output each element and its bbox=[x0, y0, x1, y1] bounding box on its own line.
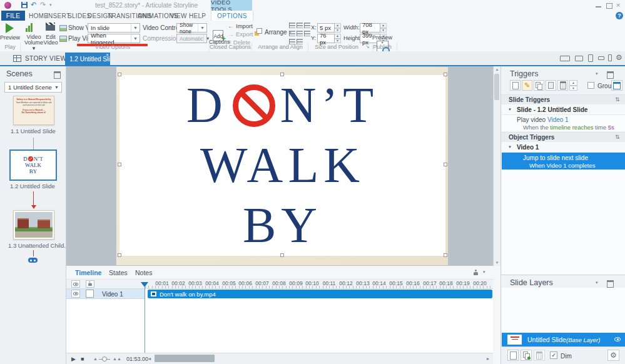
copy-trigger-button[interactable] bbox=[534, 80, 544, 91]
selection-handle[interactable] bbox=[444, 253, 447, 257]
tab-slide-1-2[interactable]: 1.2 Untitled Sli... × bbox=[65, 53, 110, 65]
app-icon[interactable] bbox=[4, 2, 11, 9]
move-up-icon[interactable]: ▲ bbox=[569, 80, 577, 86]
trigger-group-slide[interactable]: ▼ Slide - 1.2 Untitled Slide bbox=[502, 104, 625, 115]
timeline-row-video1[interactable]: Video 1 Don't walk on by.mp4 bbox=[66, 289, 493, 299]
slide-label-1-3[interactable]: 1.3 Unattended Child... bbox=[8, 242, 69, 249]
collapse-arrow-icon[interactable]: ▼ bbox=[508, 108, 512, 111]
close-tab-icon[interactable]: × bbox=[106, 52, 109, 58]
group-checkbox[interactable] bbox=[587, 82, 594, 89]
slide-thumbnail-1-1[interactable]: Safety is a Shared Responsibility Team M… bbox=[13, 96, 54, 125]
align-top-icon[interactable] bbox=[289, 31, 295, 36]
gear-icon[interactable]: ⚙ bbox=[616, 54, 622, 61]
device-phone-portrait-icon[interactable] bbox=[608, 54, 612, 61]
tab-story-view[interactable]: STORY VIEW bbox=[13, 55, 66, 62]
preview-button[interactable]: Preview bbox=[0, 35, 20, 41]
new-trigger-button[interactable] bbox=[510, 80, 521, 91]
chevron-down-icon[interactable]: ▼ bbox=[131, 34, 140, 43]
chevron-down-icon[interactable]: ▾ bbox=[483, 270, 485, 275]
chevron-down-icon[interactable]: ▼ bbox=[131, 24, 140, 32]
selection-handle[interactable] bbox=[118, 73, 121, 76]
slide-label-1-2[interactable]: 1.2 Untitled Slide bbox=[10, 183, 55, 190]
chevron-down-icon[interactable]: ▾ bbox=[596, 280, 598, 285]
slide-canvas[interactable]: D N’T WALK BY bbox=[66, 66, 493, 266]
tab-options-active[interactable]: OPTIONS bbox=[211, 11, 253, 21]
scroll-down-icon[interactable]: ▼ bbox=[494, 260, 501, 266]
lock-all-button[interactable] bbox=[86, 280, 94, 288]
zoom-out-icon[interactable]: ▲ bbox=[93, 356, 98, 361]
scrollbar-thumb[interactable] bbox=[494, 74, 499, 100]
qat-customize-icon[interactable]: ▾ bbox=[49, 3, 52, 8]
tab-states[interactable]: States bbox=[109, 269, 128, 276]
trigger-item-play-video[interactable]: Play video Video 1 When the timeline rea… bbox=[502, 115, 625, 131]
zoom-in-icon[interactable]: ▲▲ bbox=[113, 356, 121, 361]
align-right-icon[interactable] bbox=[304, 23, 310, 28]
undo-icon[interactable]: ↶ bbox=[31, 1, 36, 9]
width-stepper[interactable]: ▲▼ bbox=[380, 23, 387, 33]
trigger-time-link[interactable]: 5s bbox=[608, 124, 614, 131]
device-phone-landscape-icon[interactable] bbox=[598, 56, 604, 60]
scene-selector-dropdown[interactable]: 1 Untitled Scene ▼ bbox=[4, 82, 62, 93]
tab-file[interactable]: FILE bbox=[1, 11, 25, 21]
new-layer-button[interactable] bbox=[507, 350, 519, 361]
help-icon[interactable]: ? bbox=[616, 12, 623, 19]
arrange-button[interactable]: Arrange ▾ bbox=[255, 28, 292, 36]
slide-label-1-1[interactable]: 1.1 Untitled Slide bbox=[11, 128, 56, 134]
trigger-item-jump-selected[interactable]: Jump to slide next slide When Video 1 co… bbox=[502, 153, 625, 169]
slide-thumbnail-1-2-selected[interactable]: DN’T WALK BY bbox=[9, 149, 57, 181]
selection-handle[interactable] bbox=[280, 253, 284, 257]
tab-view[interactable]: VIEW bbox=[170, 13, 187, 19]
canvas-vertical-scrollbar[interactable]: ▲ ▼ bbox=[493, 66, 501, 266]
tab-home[interactable]: HOME bbox=[29, 13, 48, 19]
trigger-object-link[interactable]: Video 1 bbox=[547, 116, 569, 123]
trigger-event-link[interactable]: timeline reaches bbox=[550, 124, 593, 131]
timeline-row-header[interactable]: Video 1 bbox=[66, 289, 145, 299]
save-icon[interactable] bbox=[21, 2, 28, 8]
scroll-left-icon[interactable]: ◂ bbox=[148, 356, 151, 361]
delete-trigger-button[interactable] bbox=[557, 80, 568, 91]
video-volume-icon[interactable] bbox=[26, 23, 33, 32]
stop-icon[interactable]: ■ bbox=[81, 356, 84, 362]
playhead-marker[interactable] bbox=[141, 282, 148, 287]
selection-handle[interactable] bbox=[280, 73, 284, 76]
tab-timeline[interactable]: Timeline bbox=[75, 269, 101, 276]
zoom-slider-handle[interactable] bbox=[102, 356, 107, 361]
link-icon[interactable] bbox=[28, 258, 38, 263]
edit-video-icon[interactable] bbox=[46, 23, 55, 31]
tab-notes[interactable]: Notes bbox=[135, 269, 152, 276]
collapse-section-icon[interactable]: ⇅ bbox=[615, 134, 620, 140]
slide-stage[interactable]: D N’T WALK BY bbox=[116, 67, 448, 265]
chevron-down-icon[interactable]: ▼ bbox=[198, 24, 206, 32]
y-field[interactable]: 76 px bbox=[317, 34, 335, 43]
maximize-button[interactable] bbox=[606, 3, 612, 9]
dim-checkbox-checked[interactable]: ✓ bbox=[550, 351, 557, 359]
scroll-up-icon[interactable]: ▲ bbox=[494, 66, 501, 73]
row-visibility-button[interactable] bbox=[71, 290, 80, 298]
layer-row-base-selected[interactable]: Untitled Slide (Base Layer) bbox=[502, 333, 625, 346]
play-video-dropdown[interactable]: When triggered▼ bbox=[88, 34, 140, 43]
chevron-down-icon[interactable]: ▾ bbox=[596, 71, 598, 76]
tab-insert[interactable]: INSERT bbox=[46, 13, 70, 19]
float-panel-icon[interactable] bbox=[54, 71, 61, 79]
y-stepper[interactable]: ▲▼ bbox=[335, 34, 341, 43]
selection-handle[interactable] bbox=[444, 163, 447, 166]
device-tablet-landscape-icon[interactable] bbox=[575, 56, 583, 61]
move-down-icon[interactable]: ▼ bbox=[569, 86, 577, 91]
scroll-right-icon[interactable]: ▸ bbox=[487, 356, 489, 361]
align-left-icon[interactable] bbox=[289, 23, 295, 28]
layer-settings-button[interactable]: ⚙ bbox=[607, 350, 619, 361]
align-bottom-icon[interactable] bbox=[304, 31, 310, 36]
duplicate-layer-button[interactable] bbox=[521, 350, 532, 361]
float-panel-icon[interactable] bbox=[607, 71, 614, 79]
trigger-order-stepper[interactable]: ▲ ▼ bbox=[569, 80, 577, 91]
selection-handle[interactable] bbox=[118, 163, 121, 166]
trigger-group-video1[interactable]: ▼ Video 1 bbox=[502, 142, 625, 153]
redo-icon[interactable]: ↷ bbox=[40, 1, 46, 9]
edit-trigger-button[interactable]: ✎ bbox=[522, 80, 532, 91]
align-middle-icon[interactable] bbox=[297, 31, 303, 36]
import-captions-button[interactable]: ← Import bbox=[228, 23, 253, 29]
trigger-wizard-button[interactable] bbox=[611, 80, 622, 91]
paste-trigger-button[interactable] bbox=[546, 80, 556, 91]
collapse-section-icon[interactable]: ⇅ bbox=[615, 96, 620, 103]
device-tablet-portrait-icon[interactable] bbox=[588, 54, 593, 62]
